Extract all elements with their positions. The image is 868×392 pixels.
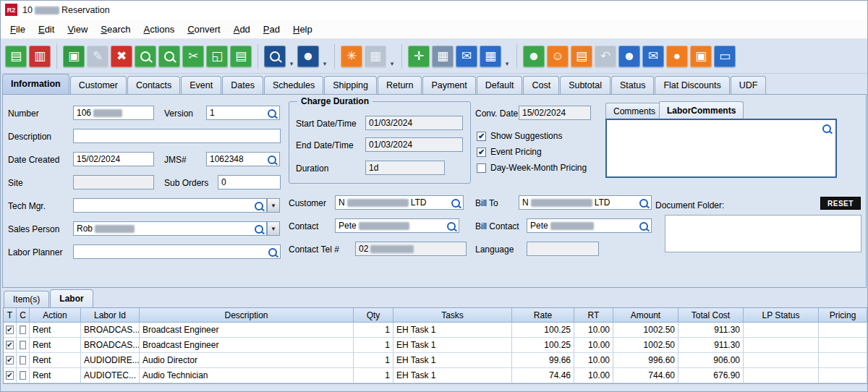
- coins-button[interactable]: ●: [666, 46, 688, 67]
- row-t-checkbox[interactable]: ✔: [6, 325, 13, 334]
- tab-status[interactable]: Status: [611, 76, 654, 94]
- sub-orders-input[interactable]: 0: [218, 175, 281, 189]
- sales-person-dropdown[interactable]: ▼: [267, 221, 280, 236]
- menu-file[interactable]: File: [4, 21, 32, 38]
- column-header-action[interactable]: Action: [30, 308, 81, 323]
- table-row[interactable]: ✔RentBROADCAS...Broadcast Engineer1EH Ta…: [4, 338, 867, 353]
- new-document-button[interactable]: ▤: [5, 46, 27, 67]
- column-header-tasks[interactable]: Tasks: [393, 308, 512, 323]
- row-c-checkbox[interactable]: [20, 371, 26, 380]
- column-header-rt[interactable]: RT: [574, 308, 613, 323]
- row-c-checkbox[interactable]: [20, 325, 26, 334]
- find-button[interactable]: [135, 46, 156, 67]
- tab-payment[interactable]: Payment: [422, 76, 475, 94]
- menu-help[interactable]: Help: [286, 21, 319, 38]
- column-header-c[interactable]: C: [17, 308, 30, 323]
- find-detail-button[interactable]: [158, 46, 180, 67]
- customer-input[interactable]: NLTD: [335, 195, 464, 210]
- table-row[interactable]: ✔RentBROADCAS...Broadcast Engineer1EH Ta…: [4, 323, 867, 338]
- process-gears-button[interactable]: ✳: [341, 46, 362, 67]
- labor-person-button[interactable]: ☻: [523, 46, 545, 67]
- search-icon[interactable]: [255, 225, 263, 234]
- search-icon[interactable]: [639, 199, 648, 208]
- menu-convert[interactable]: Convert: [181, 21, 227, 38]
- option-day-week-month-pricing[interactable]: Day-Week-Month Pricing: [477, 160, 587, 176]
- option-event-pricing[interactable]: ✔Event Pricing: [477, 144, 587, 160]
- menu-search[interactable]: Search: [94, 21, 137, 38]
- search-icon[interactable]: [268, 109, 276, 118]
- column-header-qty[interactable]: Qty: [354, 308, 393, 323]
- tab-schedules[interactable]: Schedules: [264, 76, 323, 94]
- search-icon[interactable]: [447, 222, 456, 231]
- tab-information[interactable]: Information: [2, 74, 69, 94]
- calendar-button[interactable]: ▦: [480, 46, 501, 67]
- cart-dropdown[interactable]: ▾: [388, 46, 396, 67]
- row-t-checkbox[interactable]: ✔: [6, 341, 13, 349]
- search-icon[interactable]: [255, 202, 263, 210]
- column-header-lp-status[interactable]: LP Status: [744, 308, 819, 323]
- cut-button[interactable]: ✂: [182, 46, 204, 67]
- media-button[interactable]: ▣: [690, 46, 712, 67]
- search-button[interactable]: [264, 46, 286, 67]
- number-input[interactable]: 106: [73, 106, 154, 120]
- tab-subtotal[interactable]: Subtotal: [560, 76, 610, 94]
- search-icon[interactable]: [268, 248, 277, 257]
- layout-grid-button[interactable]: ▦: [432, 46, 454, 67]
- column-header-description[interactable]: Description: [140, 308, 354, 323]
- column-header-amount[interactable]: Amount: [613, 308, 678, 323]
- tech-mgr-dropdown[interactable]: ▼: [267, 198, 280, 213]
- tab-default[interactable]: Default: [477, 76, 523, 94]
- column-header-labor-id[interactable]: Labor Id: [81, 308, 140, 323]
- tab-udf[interactable]: UDF: [731, 76, 767, 94]
- column-header-t[interactable]: T: [4, 308, 17, 323]
- version-input[interactable]: 1: [206, 106, 280, 120]
- tab-customer[interactable]: Customer: [70, 76, 127, 94]
- table-row[interactable]: ✔RentAUDIOTEC...Audio Technician1EH Task…: [4, 368, 867, 383]
- tech-mgr-combo[interactable]: [73, 198, 267, 213]
- save-button[interactable]: ▣: [63, 46, 85, 67]
- column-header-total-cost[interactable]: Total Cost: [678, 308, 744, 323]
- row-t-checkbox[interactable]: ✔: [6, 371, 13, 380]
- menu-pad[interactable]: Pad: [257, 21, 286, 38]
- notes-button[interactable]: ✉: [456, 46, 477, 67]
- customer-search-button[interactable]: ☻: [297, 46, 319, 67]
- show-suggestions-checkbox[interactable]: ✔: [477, 132, 486, 141]
- column-header-pricing[interactable]: Pricing: [819, 308, 867, 323]
- tab-contacts[interactable]: Contacts: [127, 76, 180, 94]
- invoice-button[interactable]: ▤: [571, 46, 592, 67]
- bill-to-input[interactable]: NLTD: [519, 195, 652, 210]
- delete-button[interactable]: ✖: [111, 46, 132, 67]
- row-c-checkbox[interactable]: [20, 356, 26, 365]
- search-icon[interactable]: [822, 124, 831, 133]
- document-folder-textarea[interactable]: [665, 215, 861, 252]
- search-icon[interactable]: [639, 222, 648, 231]
- row-t-checkbox[interactable]: ✔: [6, 356, 13, 365]
- tab-dates[interactable]: Dates: [222, 76, 263, 94]
- contact-chat-button[interactable]: ✉: [642, 46, 664, 67]
- contact-input[interactable]: Pete: [335, 218, 459, 233]
- print-button[interactable]: ▥: [29, 46, 51, 67]
- search-dropdown[interactable]: ▾: [288, 46, 295, 67]
- smiley-button[interactable]: ☺: [547, 46, 569, 67]
- tab-labor[interactable]: Labor: [50, 289, 93, 307]
- crew-people-button[interactable]: ☻: [618, 46, 640, 67]
- date-created-input[interactable]: 15/02/2024: [73, 152, 154, 166]
- menu-add[interactable]: Add: [227, 21, 257, 38]
- truck-button[interactable]: ▭: [714, 46, 736, 67]
- expand-button[interactable]: ✛: [408, 46, 430, 67]
- menu-view[interactable]: View: [61, 21, 94, 38]
- tab-flat-discounts[interactable]: Flat Discounts: [655, 76, 729, 94]
- calendar-dropdown[interactable]: ▾: [503, 46, 511, 67]
- tab-event[interactable]: Event: [181, 76, 221, 94]
- tab-item-s[interactable]: Item(s): [4, 291, 49, 307]
- column-header-rate[interactable]: Rate: [512, 308, 574, 323]
- customer-search-dropdown[interactable]: ▾: [321, 46, 328, 67]
- labor-comments-textarea[interactable]: [605, 119, 837, 178]
- option-show-suggestions[interactable]: ✔Show Suggestions: [477, 128, 587, 144]
- paste-button[interactable]: ▤: [230, 46, 252, 67]
- menu-actions[interactable]: Actions: [137, 21, 182, 38]
- menu-edit[interactable]: Edit: [32, 21, 61, 38]
- labor-planner-input[interactable]: [73, 244, 281, 259]
- row-c-checkbox[interactable]: [20, 341, 26, 349]
- tab-cost[interactable]: Cost: [523, 76, 559, 94]
